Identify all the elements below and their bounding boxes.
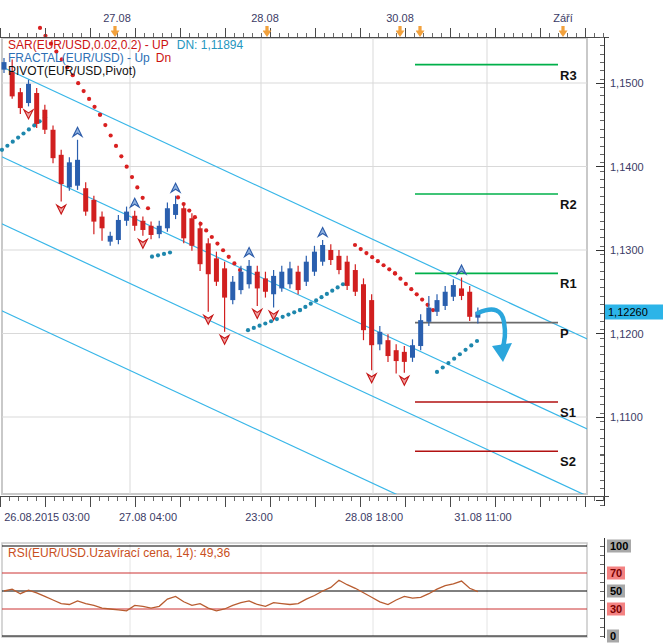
candle-body (369, 300, 374, 345)
price-tick-label: 1,1400 (610, 161, 644, 173)
sar-dot (215, 242, 219, 246)
sar-dot (286, 312, 290, 316)
sar-dot (398, 277, 402, 281)
sar-dot (292, 310, 296, 314)
candle-body (132, 216, 137, 226)
sar-dot (135, 185, 139, 189)
candle-body (18, 92, 23, 108)
price-tick-label: 1,1100 (610, 411, 643, 423)
sar-dot (119, 154, 123, 158)
candle-body (296, 272, 301, 290)
sar-dot (263, 321, 267, 325)
candle-body (426, 308, 431, 322)
plot-border (2, 38, 587, 494)
legend-pivot-row: PIVOT(EUR/USD,Pivot) (8, 65, 243, 78)
candle-body (238, 272, 243, 290)
sar-dot (303, 305, 307, 309)
time-label: 26.08.2015 03:00 (4, 511, 90, 523)
candle-body (304, 262, 309, 282)
candle-body (75, 160, 80, 186)
candle-body (418, 320, 423, 346)
indicator-legend: SAR(EUR/USD,0.02,0.2) - UPDN: 1,11894 FR… (8, 39, 243, 78)
sar-dot (446, 361, 450, 365)
sar-dot (431, 308, 435, 312)
candle-body (435, 300, 440, 312)
candle-body (26, 84, 31, 103)
candle-body (361, 284, 366, 330)
candle-body (287, 268, 292, 284)
current-price-badge: 1,12260 (605, 304, 663, 319)
candle-body (83, 188, 88, 211)
candle-body (214, 258, 219, 281)
sar-dot (469, 343, 473, 347)
chart-window: 27.0828.0830.08Září SAR(EUR/USD,0.02,0.2… (0, 0, 663, 643)
legend-sar-up: UP (152, 38, 169, 52)
sar-dot (11, 140, 15, 144)
candle-body (91, 200, 96, 222)
price-tick-label: 1,1300 (610, 244, 644, 256)
sar-dot (319, 295, 323, 299)
candle-body (255, 272, 260, 289)
sar-dot (393, 271, 397, 275)
legend-sar-dn: DN: 1,11894 (177, 38, 244, 52)
candle-body (198, 228, 203, 264)
candle-body (124, 212, 129, 221)
sar-dot (114, 144, 118, 148)
sar-dot (21, 131, 25, 135)
candle-body (271, 276, 276, 294)
legend-fractal: FRACTAL(EUR/USD) - Up (8, 51, 150, 65)
candle-body (51, 130, 56, 158)
top-time-ruler[interactable] (0, 28, 609, 38)
sar-dot (364, 251, 368, 255)
candle-body (59, 155, 64, 184)
sar-dot (162, 252, 166, 256)
sar-dot (221, 248, 225, 252)
time-label: 27.08 04:00 (119, 511, 177, 523)
price-axis-ruler[interactable] (596, 37, 605, 506)
sar-dot (0, 148, 4, 152)
candle-body (189, 218, 194, 246)
candle-body (345, 262, 350, 286)
sar-dot (246, 328, 250, 332)
candle-body (230, 282, 235, 300)
rsi-legend: RSI(EUR/USD.Uzavírací cena, 14): 49,36 (8, 546, 230, 560)
sar-dot (269, 319, 273, 323)
candle-body (312, 252, 317, 272)
sar-dot (130, 175, 134, 179)
legend-pivot: PIVOT(EUR/USD,Pivot) (8, 64, 136, 78)
sar-dot (82, 89, 86, 93)
pivot-label-P: P (560, 326, 569, 341)
sar-dot (298, 308, 302, 312)
candle-body (108, 236, 113, 242)
sar-dot (420, 298, 424, 302)
candle-body (451, 285, 456, 297)
sar-dot (309, 302, 313, 306)
sar-dot (441, 365, 445, 369)
sar-dot (210, 235, 214, 239)
rsi-level-label: 0 (607, 630, 619, 643)
candle-body (263, 278, 268, 291)
sar-dot (341, 282, 345, 286)
time-label: 23:00 (245, 511, 273, 523)
candle-body (116, 220, 121, 240)
sar-dot (370, 255, 374, 259)
candle-body (247, 266, 252, 284)
sar-dot (109, 133, 113, 137)
candle-body (181, 208, 186, 238)
sar-dot (376, 259, 380, 263)
sar-dot (404, 282, 408, 286)
candle-body (42, 110, 47, 130)
rsi-axis-ruler[interactable] (596, 538, 605, 638)
candle-body (377, 332, 382, 345)
time-label: Září (553, 12, 573, 24)
price-tick-label: 1,1500 (610, 77, 644, 89)
candle-body (336, 256, 341, 270)
candle-body (328, 250, 333, 260)
time-label: 27.08 (103, 12, 131, 24)
time-label: 31.08 11:00 (454, 511, 511, 523)
bottom-time-ruler[interactable] (0, 496, 609, 507)
sar-dot (314, 298, 318, 302)
sar-dot (353, 243, 357, 247)
candle-body (459, 288, 464, 296)
sar-dot (257, 324, 261, 328)
